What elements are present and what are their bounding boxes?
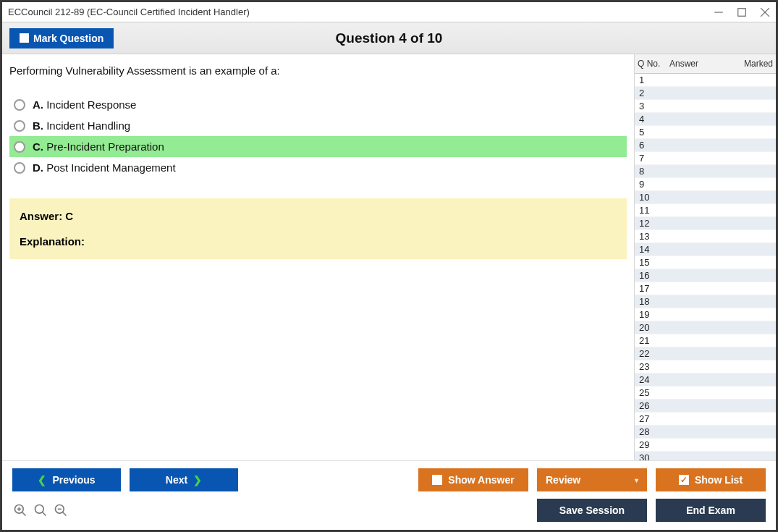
show-list-button[interactable]: ✓ Show List xyxy=(656,468,766,491)
question-list-row[interactable]: 9 xyxy=(635,178,776,191)
row-qno: 29 xyxy=(639,439,671,450)
zoom-out-icon[interactable] xyxy=(53,502,69,518)
question-list-row[interactable]: 24 xyxy=(635,373,776,387)
question-list-row[interactable]: 26 xyxy=(635,400,776,413)
row-qno: 15 xyxy=(639,257,671,268)
end-exam-label: End Exam xyxy=(686,504,735,516)
question-list-row[interactable]: 29 xyxy=(635,439,776,452)
question-list-row[interactable]: 3 xyxy=(635,100,776,113)
question-list-header: Q No. Answer Marked xyxy=(635,54,776,74)
question-list-row[interactable]: 12 xyxy=(635,217,776,230)
question-list-body[interactable]: 1234567891011121314151617181920212223242… xyxy=(635,74,776,460)
question-list-row[interactable]: 22 xyxy=(635,347,776,360)
row-qno: 6 xyxy=(639,140,671,151)
question-list-row[interactable]: 18 xyxy=(635,295,776,308)
minimize-icon[interactable] xyxy=(714,7,724,17)
window-controls xyxy=(714,7,770,17)
question-list-row[interactable]: 15 xyxy=(635,256,776,269)
row-qno: 17 xyxy=(639,283,671,294)
chevron-right-icon: ❯ xyxy=(193,474,202,486)
row-qno: 12 xyxy=(639,218,671,229)
close-icon[interactable] xyxy=(760,7,770,17)
row-qno: 2 xyxy=(639,88,671,98)
zoom-in-icon[interactable] xyxy=(12,502,28,518)
svg-point-8 xyxy=(35,505,44,514)
end-exam-button[interactable]: End Exam xyxy=(656,499,766,522)
question-list-row[interactable]: 20 xyxy=(635,321,776,334)
row-qno: 23 xyxy=(639,361,671,372)
row-qno: 22 xyxy=(639,348,671,359)
question-text: Performing Vulnerability Assessment is a… xyxy=(9,64,627,77)
row-qno: 27 xyxy=(639,413,671,424)
question-list-row[interactable]: 10 xyxy=(635,191,776,204)
radio-icon xyxy=(14,120,25,132)
row-qno: 28 xyxy=(639,426,671,437)
question-list-row[interactable]: 25 xyxy=(635,387,776,400)
save-session-button[interactable]: Save Session xyxy=(537,499,647,522)
col-marked: Marked xyxy=(734,59,773,69)
question-list-panel: Q No. Answer Marked 12345678910111213141… xyxy=(634,54,776,460)
window-title: ECCouncil 212-89 (EC-Council Certified I… xyxy=(8,7,714,17)
question-list-row[interactable]: 23 xyxy=(635,360,776,373)
show-answer-button[interactable]: Show Answer xyxy=(418,468,528,491)
question-list-row[interactable]: 11 xyxy=(635,204,776,217)
row-qno: 9 xyxy=(639,179,671,190)
question-list-row[interactable]: 8 xyxy=(635,165,776,178)
answer-text: B. Incident Handling xyxy=(33,119,130,132)
zoom-controls xyxy=(12,502,69,518)
question-list-row[interactable]: 27 xyxy=(635,413,776,426)
question-list-row[interactable]: 17 xyxy=(635,282,776,295)
question-list-row[interactable]: 2 xyxy=(635,87,776,100)
answer-option[interactable]: C. Pre-Incident Preparation xyxy=(9,136,627,157)
row-qno: 18 xyxy=(639,296,671,307)
caret-down-icon: ▾ xyxy=(635,476,638,484)
maximize-icon[interactable] xyxy=(737,7,747,17)
app-window: ECCouncil 212-89 (EC-Council Certified I… xyxy=(0,0,778,532)
question-list-row[interactable]: 13 xyxy=(635,230,776,243)
question-list-row[interactable]: 14 xyxy=(635,243,776,256)
previous-label: Previous xyxy=(52,474,95,486)
question-list-row[interactable]: 6 xyxy=(635,139,776,152)
checkbox-icon xyxy=(432,475,442,485)
question-list-row[interactable]: 7 xyxy=(635,152,776,165)
svg-line-5 xyxy=(22,512,26,516)
col-qno: Q No. xyxy=(638,59,669,69)
next-button[interactable]: Next ❯ xyxy=(130,468,238,491)
row-qno: 16 xyxy=(639,270,671,281)
next-label: Next xyxy=(166,474,187,486)
row-qno: 7 xyxy=(639,153,671,164)
zoom-reset-icon[interactable] xyxy=(33,502,48,518)
svg-rect-1 xyxy=(738,8,746,16)
show-answer-label: Show Answer xyxy=(448,474,514,486)
answer-list: A. Incident ResponseB. Incident Handling… xyxy=(9,94,627,178)
question-list-row[interactable]: 5 xyxy=(635,126,776,139)
svg-line-9 xyxy=(43,512,46,516)
answer-option[interactable]: A. Incident Response xyxy=(9,94,627,115)
mark-question-button[interactable]: Mark Question xyxy=(9,28,114,48)
question-list-row[interactable]: 28 xyxy=(635,426,776,439)
checkbox-checked-icon: ✓ xyxy=(679,475,689,485)
review-button[interactable]: Review ▾ xyxy=(537,468,647,491)
question-list-row[interactable]: 16 xyxy=(635,269,776,282)
previous-button[interactable]: ❮ Previous xyxy=(12,468,121,491)
radio-icon xyxy=(14,162,25,174)
answer-text: A. Incident Response xyxy=(33,98,136,111)
answer-option[interactable]: D. Post Incident Management xyxy=(9,157,627,178)
question-list-row[interactable]: 4 xyxy=(635,113,776,126)
row-qno: 20 xyxy=(639,322,671,333)
row-qno: 4 xyxy=(639,114,671,124)
row-qno: 13 xyxy=(639,231,671,242)
footer: ❮ Previous Next ❯ Show Answer Review ▾ ✓… xyxy=(2,460,776,530)
row-qno: 21 xyxy=(639,335,671,346)
chevron-left-icon: ❮ xyxy=(38,474,46,486)
question-list-row[interactable]: 19 xyxy=(635,308,776,321)
footer-row-1: ❮ Previous Next ❯ Show Answer Review ▾ ✓… xyxy=(12,468,766,491)
svg-line-11 xyxy=(63,512,67,516)
main-panel: Performing Vulnerability Assessment is a… xyxy=(2,54,634,460)
question-list-row[interactable]: 21 xyxy=(635,334,776,347)
question-list-row[interactable]: 30 xyxy=(635,452,776,460)
answer-option[interactable]: B. Incident Handling xyxy=(9,115,627,136)
question-list-row[interactable]: 1 xyxy=(635,74,776,87)
row-qno: 30 xyxy=(639,452,671,460)
checkbox-icon xyxy=(20,33,29,43)
